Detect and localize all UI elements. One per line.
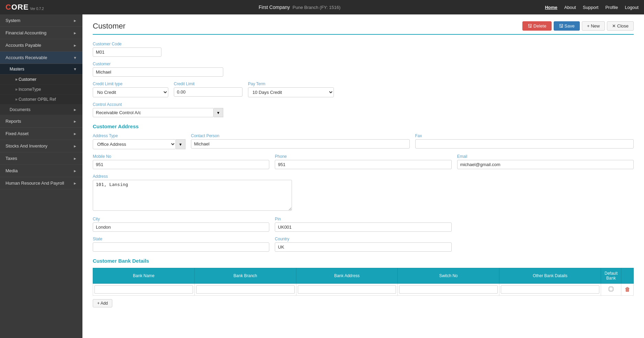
- page-title: Customer: [93, 22, 125, 31]
- sidebar-label-fixed-asset: Fixed Asset: [5, 131, 29, 136]
- sidebar-item-customer[interactable]: » Customer: [0, 75, 82, 85]
- credit-limit-type-select[interactable]: No Credit Fixed Credit Dynamic Credit: [93, 87, 168, 97]
- sidebar-item-financial-accounting[interactable]: Financial Accounting ►: [0, 27, 82, 39]
- sidebar-item-hr-payroll[interactable]: Human Resource And Payroll ►: [0, 177, 82, 189]
- new-button[interactable]: + New: [582, 21, 605, 31]
- phone-col: Phone: [275, 154, 451, 169]
- nav-home[interactable]: Home: [545, 5, 557, 10]
- customer-code-input[interactable]: [93, 47, 161, 57]
- sidebar-item-media[interactable]: Media ►: [0, 165, 82, 177]
- fax-col: Fax: [415, 133, 634, 149]
- switch-no-input[interactable]: [399, 285, 498, 294]
- sidebar-label-accounts-payable: Accounts Payable: [5, 43, 41, 48]
- add-bank-row-button[interactable]: + Add: [93, 299, 112, 307]
- sidebar-item-customer-opbl-ref[interactable]: » Customer OPBL Ref: [0, 95, 82, 105]
- income-type-label: » IncomeType: [15, 87, 41, 92]
- mobile-no-label: Mobile No: [93, 154, 269, 159]
- pay-term-label: Pay Term: [248, 81, 334, 86]
- bank-details-heading: Customer Bank Details: [93, 258, 634, 264]
- save-button[interactable]: 🖫 Save: [554, 21, 580, 31]
- content-inner: Customer 🖫 Delete 🖫 Save + New ✕ Close C…: [82, 14, 644, 338]
- country-col: Country: [275, 237, 451, 252]
- state-label: State: [93, 237, 269, 241]
- pin-label: Pin: [275, 217, 451, 221]
- contact-person-input[interactable]: [191, 139, 410, 149]
- default-bank-header: Default Bank: [601, 268, 621, 284]
- sidebar-item-taxes[interactable]: Taxes ►: [0, 152, 82, 165]
- nav-about[interactable]: About: [564, 5, 576, 10]
- logo-c: C: [5, 3, 11, 11]
- logo-o-red: O: [11, 3, 18, 11]
- chevron-right-icon: ►: [73, 169, 77, 173]
- delete-button[interactable]: 🖫 Delete: [522, 21, 551, 31]
- sidebar-item-system[interactable]: System ►: [0, 14, 82, 27]
- address-textarea[interactable]: 101, Lansing: [93, 180, 292, 211]
- sidebar-item-reports[interactable]: Reports ►: [0, 115, 82, 128]
- customer-input[interactable]: [93, 67, 223, 77]
- city-col: City: [93, 217, 269, 232]
- close-button[interactable]: ✕ Close: [607, 21, 634, 31]
- nav-logout[interactable]: Logout: [625, 5, 639, 10]
- bank-branch-input[interactable]: [196, 285, 295, 294]
- chevron-down-icon: ▼: [73, 67, 77, 71]
- sidebar-item-income-type[interactable]: » IncomeType: [0, 85, 82, 95]
- nav-profile[interactable]: Profile: [605, 5, 618, 10]
- action-header: [621, 268, 634, 284]
- page-header: Customer 🖫 Delete 🖫 Save + New ✕ Close: [93, 21, 634, 35]
- table-row: 🗑: [93, 284, 634, 296]
- control-account-input[interactable]: [93, 108, 214, 117]
- chevron-right-icon: ►: [73, 19, 77, 23]
- city-input[interactable]: [93, 222, 269, 232]
- chevron-right-icon: ►: [73, 108, 77, 112]
- company-info: First Company Pune Branch (FY: 1516): [54, 4, 545, 10]
- sidebar-item-documents[interactable]: Documents ►: [0, 105, 82, 115]
- sidebar-item-accounts-receivable[interactable]: Accounts Receivable ▼: [0, 52, 82, 64]
- sidebar-item-fixed-asset[interactable]: Fixed Asset ►: [0, 128, 82, 140]
- control-account-dropdown-btn[interactable]: ▼: [214, 108, 223, 117]
- contact-person-label: Contact Person: [191, 133, 410, 138]
- fax-input[interactable]: [415, 139, 634, 149]
- mobile-no-col: Mobile No: [93, 154, 269, 169]
- switch-no-header: Switch No: [398, 268, 499, 284]
- bank-name-input[interactable]: [94, 285, 193, 294]
- address-label: Address: [93, 174, 634, 179]
- chevron-right-icon: ►: [73, 181, 77, 185]
- logo-version: Ver 0.7.2: [30, 7, 44, 11]
- country-input[interactable]: [275, 242, 451, 252]
- other-bank-details-input[interactable]: [501, 285, 599, 294]
- sidebar-item-accounts-payable[interactable]: Accounts Payable ►: [0, 39, 82, 52]
- fax-label: Fax: [415, 133, 634, 138]
- nav-support[interactable]: Support: [583, 5, 599, 10]
- pin-col: Pin: [275, 217, 451, 232]
- state-col: State: [93, 237, 269, 252]
- customer-address-heading: Customer Address: [93, 123, 634, 129]
- phone-label: Phone: [275, 154, 451, 159]
- address-type-row: Address Type Office Address Home Address…: [93, 133, 634, 149]
- phone-input[interactable]: [275, 160, 451, 169]
- chevron-right-icon: ►: [73, 144, 77, 148]
- email-input[interactable]: [457, 160, 634, 169]
- pay-term-select[interactable]: 10 Days Credit 30 Days Credit 60 Days Cr…: [248, 87, 334, 97]
- default-bank-checkbox[interactable]: [602, 287, 620, 291]
- delete-row-button[interactable]: 🗑: [625, 286, 630, 293]
- state-input[interactable]: [93, 242, 269, 252]
- control-account-wrapper: ▼: [93, 108, 223, 117]
- sidebar-label-media: Media: [5, 168, 18, 173]
- address-type-col: Address Type Office Address Home Address…: [93, 133, 185, 149]
- mobile-no-input[interactable]: [93, 160, 269, 169]
- chevron-right-icon: ►: [73, 119, 77, 123]
- credit-limit-input[interactable]: [174, 87, 242, 97]
- customer-label: » Customer: [15, 77, 36, 82]
- pin-input[interactable]: [275, 222, 451, 232]
- address-type-dropdown-btn[interactable]: ▼: [176, 139, 185, 149]
- sidebar-item-stocks-and-inventory[interactable]: Stocks And Inventory ►: [0, 140, 82, 152]
- customer-group: Customer: [93, 62, 634, 77]
- address-type-label: Address Type: [93, 133, 185, 138]
- sidebar-item-masters[interactable]: Masters ▼: [0, 64, 82, 75]
- mobile-row: Mobile No Phone Email: [93, 154, 634, 169]
- address-type-select[interactable]: Office Address Home Address Billing Addr…: [93, 139, 176, 149]
- bank-address-input[interactable]: [298, 285, 396, 294]
- navbar: CORE Ver 0.7.2 First Company Pune Branch…: [0, 0, 644, 14]
- bank-address-header: Bank Address: [296, 268, 398, 284]
- city-row: City Pin: [93, 217, 634, 232]
